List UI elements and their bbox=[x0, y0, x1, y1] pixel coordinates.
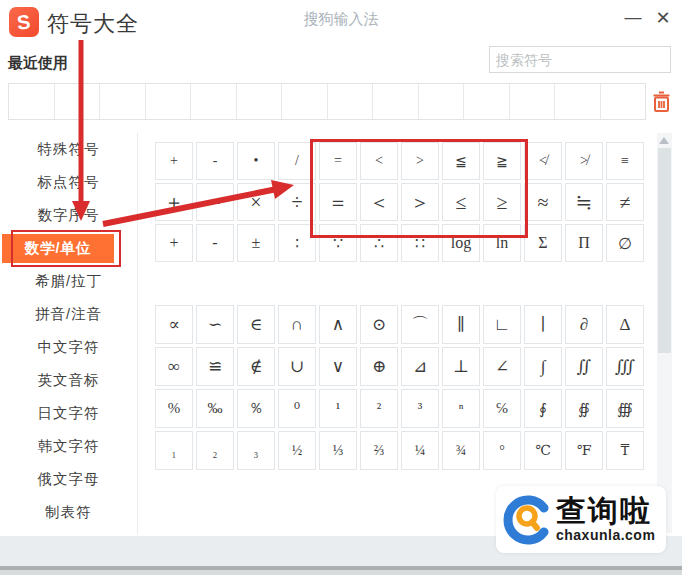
sidebar-item-数学/单位[interactable]: 数学/单位 bbox=[0, 232, 137, 265]
symbol-cell[interactable]: ₸ bbox=[606, 431, 644, 470]
clear-recent-trash-icon[interactable] bbox=[651, 91, 672, 113]
symbol-cell[interactable]: ∴ bbox=[360, 224, 398, 262]
symbol-cell[interactable]: ∯ bbox=[565, 389, 603, 428]
symbol-cell[interactable]: ⊥ bbox=[442, 347, 480, 386]
symbol-cell[interactable]: ≦ bbox=[442, 142, 480, 180]
symbol-cell[interactable]: + bbox=[155, 142, 193, 180]
symbol-cell[interactable]: ≒ bbox=[565, 183, 603, 221]
symbol-cell[interactable]: ∪ bbox=[278, 347, 316, 386]
sidebar-item-日文字符[interactable]: 日文字符 bbox=[0, 397, 137, 430]
symbol-cell[interactable]: ∂ bbox=[565, 305, 603, 344]
scrollbar-thumb[interactable] bbox=[658, 148, 671, 353]
symbol-cell[interactable]: % bbox=[155, 389, 193, 428]
symbol-cell[interactable]: ≥ bbox=[483, 183, 521, 221]
symbol-cell[interactable]: ∝ bbox=[155, 305, 193, 344]
symbol-cell[interactable]: ⅔ bbox=[360, 431, 398, 470]
symbol-cell[interactable]: ∠ bbox=[483, 347, 521, 386]
symbol-cell[interactable]: ³ bbox=[401, 389, 439, 428]
symbol-cell[interactable]: Σ bbox=[524, 224, 562, 262]
sidebar-item-俄文字母[interactable]: 俄文字母 bbox=[0, 463, 137, 496]
symbol-cell[interactable]: ℉ bbox=[565, 431, 603, 470]
sidebar-item-英文音标[interactable]: 英文音标 bbox=[0, 364, 137, 397]
symbol-cell[interactable]: ℅ bbox=[483, 389, 521, 428]
symbol-cell[interactable]: ln bbox=[483, 224, 521, 262]
symbol-cell[interactable]: ＜ bbox=[360, 183, 398, 221]
symbol-cell[interactable]: ⊕ bbox=[360, 347, 398, 386]
symbol-cell[interactable]: ≌ bbox=[196, 347, 234, 386]
sidebar-item-韩文字符[interactable]: 韩文字符 bbox=[0, 430, 137, 463]
sidebar-item-中文字符[interactable]: 中文字符 bbox=[0, 331, 137, 364]
symbol-cell[interactable]: > bbox=[401, 142, 439, 180]
symbol-cell[interactable]: ∩ bbox=[278, 305, 316, 344]
symbol-cell[interactable]: - bbox=[196, 142, 234, 180]
symbol-cell[interactable]: < bbox=[360, 142, 398, 180]
symbol-cell[interactable]: ％ bbox=[237, 389, 275, 428]
symbol-cell[interactable]: ≧ bbox=[483, 142, 521, 180]
symbol-cell[interactable]: ⁿ bbox=[442, 389, 480, 428]
symbol-cell[interactable]: ≠ bbox=[606, 183, 644, 221]
symbol-cell[interactable]: ₂ bbox=[196, 431, 234, 470]
close-button[interactable]: ✕ bbox=[650, 6, 676, 30]
symbol-cell[interactable]: ∨ bbox=[319, 347, 357, 386]
symbol-cell[interactable]: ≤ bbox=[442, 183, 480, 221]
symbol-cell[interactable]: ° bbox=[483, 431, 521, 470]
symbol-cell[interactable]: ∷ bbox=[401, 224, 439, 262]
sidebar-item-希腊/拉丁[interactable]: 希腊/拉丁 bbox=[0, 265, 137, 298]
symbol-cell[interactable]: ∅ bbox=[606, 224, 644, 262]
sidebar-item-数字序号[interactable]: 数字序号 bbox=[0, 199, 137, 232]
symbol-cell[interactable]: ∭ bbox=[606, 347, 644, 386]
sidebar-item-特殊符号[interactable]: 特殊符号 bbox=[0, 133, 137, 166]
symbol-cell[interactable]: ¹ bbox=[319, 389, 357, 428]
symbol-cell[interactable]: = bbox=[319, 142, 357, 180]
symbol-cell[interactable]: • bbox=[237, 142, 275, 180]
symbol-cell[interactable]: ½ bbox=[278, 431, 316, 470]
symbol-cell[interactable]: ∉ bbox=[237, 347, 275, 386]
symbol-cell[interactable]: ⊿ bbox=[401, 347, 439, 386]
sidebar-item-制表符[interactable]: 制表符 bbox=[0, 496, 137, 529]
symbol-cell[interactable]: ¼ bbox=[401, 431, 439, 470]
symbol-cell[interactable]: ∧ bbox=[319, 305, 357, 344]
symbol-cell[interactable]: ∮ bbox=[524, 389, 562, 428]
symbol-cell[interactable]: / bbox=[278, 142, 316, 180]
symbol-cell[interactable]: ∥ bbox=[442, 305, 480, 344]
symbol-cell[interactable]: Π bbox=[565, 224, 603, 262]
symbol-cell[interactable]: ∫ bbox=[524, 347, 562, 386]
symbol-cell[interactable]: + bbox=[155, 224, 193, 262]
symbol-cell[interactable]: ∣ bbox=[524, 305, 562, 344]
symbol-cell[interactable]: × bbox=[237, 183, 275, 221]
symbol-cell[interactable]: ℃ bbox=[524, 431, 562, 470]
symbol-cell[interactable]: ∽ bbox=[196, 305, 234, 344]
symbol-cell[interactable]: ÷ bbox=[278, 183, 316, 221]
symbol-cell[interactable]: ∟ bbox=[483, 305, 521, 344]
symbol-cell[interactable]: ≯ bbox=[565, 142, 603, 180]
symbol-cell[interactable]: ＞ bbox=[401, 183, 439, 221]
symbol-cell[interactable]: log bbox=[442, 224, 480, 262]
symbol-cell[interactable]: ⌒ bbox=[401, 305, 439, 344]
symbol-cell[interactable]: ² bbox=[360, 389, 398, 428]
symbol-cell[interactable]: ₁ bbox=[155, 431, 193, 470]
symbol-cell[interactable]: ⅓ bbox=[319, 431, 357, 470]
symbol-cell[interactable]: ＋ bbox=[155, 183, 193, 221]
symbol-cell[interactable]: ≈ bbox=[524, 183, 562, 221]
symbol-cell[interactable]: ∈ bbox=[237, 305, 275, 344]
symbol-cell[interactable]: ≡ bbox=[606, 142, 644, 180]
sidebar-item-标点符号[interactable]: 标点符号 bbox=[0, 166, 137, 199]
symbol-cell[interactable]: ⊙ bbox=[360, 305, 398, 344]
symbol-cell[interactable]: ∵ bbox=[319, 224, 357, 262]
symbol-cell[interactable]: ₃ bbox=[237, 431, 275, 470]
symbol-cell[interactable]: ± bbox=[237, 224, 275, 262]
minimize-button[interactable]: — bbox=[620, 6, 646, 30]
symbol-cell[interactable]: ∶ bbox=[278, 224, 316, 262]
scroll-up-icon[interactable] bbox=[659, 137, 669, 144]
sidebar-item-拼音/注音[interactable]: 拼音/注音 bbox=[0, 298, 137, 331]
symbol-cell[interactable]: - bbox=[196, 224, 234, 262]
symbol-cell[interactable]: － bbox=[196, 183, 234, 221]
symbol-cell[interactable]: ∬ bbox=[565, 347, 603, 386]
search-box[interactable] bbox=[489, 46, 671, 73]
symbol-cell[interactable]: ≮ bbox=[524, 142, 562, 180]
symbol-cell[interactable]: ¾ bbox=[442, 431, 480, 470]
search-input[interactable] bbox=[490, 52, 682, 68]
symbol-cell[interactable]: ＝ bbox=[319, 183, 357, 221]
symbol-cell[interactable]: ⁰ bbox=[278, 389, 316, 428]
scrollbar[interactable] bbox=[657, 133, 672, 533]
